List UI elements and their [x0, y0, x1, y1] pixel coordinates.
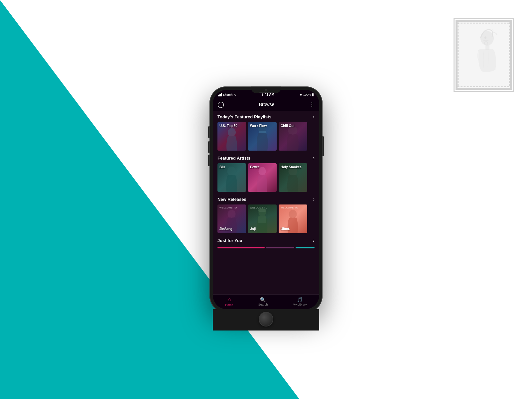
jfy-bar-2 [266, 247, 294, 248]
home-button-area [213, 309, 319, 331]
just-for-you-title: Just for You [217, 238, 242, 243]
release-card-ultmt[interactable]: Welcome to Ultmt. [279, 204, 307, 233]
svg-rect-17 [258, 209, 266, 212]
bottom-spacer [213, 251, 319, 258]
svg-point-15 [228, 210, 236, 218]
blu-figure [221, 165, 243, 192]
signal-bar-1 [218, 95, 219, 96]
phone-chassis: Sketch ∿ 9:41 AM ✹ 100% ▮ ◯ Browse ⋮ [209, 86, 323, 313]
stamp-border-svg [458, 22, 510, 88]
home-physical-button[interactable] [259, 312, 273, 327]
section-header-new-releases: New Releases › [217, 197, 315, 202]
signal-bar-2 [219, 94, 220, 96]
release-card-joji[interactable]: Welcome to Joji [248, 204, 277, 233]
playlist-card-us-top-50[interactable]: U.S. Top 50 [217, 122, 246, 151]
joji-label: Joji [250, 227, 275, 231]
top-navigation-bar: ◯ Browse ⋮ [213, 98, 319, 111]
battery-icon: ▮ [312, 92, 314, 97]
search-label: Search [258, 303, 268, 306]
workflow-figure [251, 124, 274, 151]
section-header-featured-playlists: Today's Featured Playlists › [217, 114, 315, 119]
svg-point-8 [228, 128, 236, 137]
workflow-label: Work Flow [250, 124, 275, 128]
section-header-just-for-you: Just for You › [217, 238, 315, 243]
jinsang-label: JinSang [219, 227, 244, 231]
featured-artists-title: Featured Artists [217, 156, 250, 161]
just-for-you-arrow[interactable]: › [313, 238, 315, 243]
stamp-inner [458, 22, 510, 88]
artist-card-blu[interactable]: Blu [217, 163, 246, 192]
chillout-label: Chill Out [281, 124, 305, 128]
camera-dot [265, 89, 267, 91]
new-releases-section: New Releases › Welcome to JinSang [213, 193, 319, 234]
signal-bar-4 [221, 93, 222, 96]
featured-playlists-title: Today's Featured Playlists [217, 114, 272, 119]
page-title: Browse [259, 102, 275, 107]
svg-point-18 [289, 210, 297, 218]
new-releases-arrow[interactable]: › [313, 197, 315, 202]
status-time: 9:41 AM [262, 93, 274, 96]
more-options-icon[interactable]: ⋮ [309, 101, 315, 108]
home-icon: ⌂ [228, 297, 231, 303]
bottom-navigation: ⌂ Home 🔍 Search 🎵 My Library [213, 294, 319, 309]
nav-item-search[interactable]: 🔍 Search [258, 297, 268, 306]
just-for-you-section: Just for You › [213, 234, 319, 251]
watermark-stamp [456, 20, 512, 90]
featured-playlists-arrow[interactable]: › [313, 114, 315, 119]
speaker-slot [259, 92, 273, 93]
status-right: ✹ 100% ▮ [300, 92, 314, 97]
signal-bar-3 [220, 94, 221, 96]
playlist-card-work-flow[interactable]: Work Flow [248, 122, 277, 151]
status-left: Sketch ∿ [218, 93, 236, 96]
eevee-label: Eevee [250, 165, 275, 169]
search-icon: 🔍 [260, 297, 266, 302]
chillout-figure [282, 126, 304, 151]
featured-artists-arrow[interactable]: › [313, 155, 315, 161]
phone-notch [251, 86, 281, 93]
home-label: Home [225, 303, 233, 307]
artist-card-eevee[interactable]: Eevee [248, 163, 277, 192]
us-top50-label: U.S. Top 50 [219, 124, 244, 128]
bluetooth-icon: ✹ [300, 93, 302, 96]
profile-icon[interactable]: ◯ [217, 101, 224, 108]
library-icon: 🎵 [297, 297, 303, 302]
holy-smokes-label: Holy Smokes [281, 165, 305, 169]
featured-artists-section: Featured Artists › Blu [213, 152, 319, 193]
featured-artists-grid: Blu Eevee [217, 163, 315, 192]
jfy-bar-3 [296, 247, 315, 248]
featured-playlists-grid: U.S. Top 50 Work Flow [217, 122, 315, 151]
just-for-you-bars [217, 246, 315, 250]
battery-label: 100% [303, 93, 311, 96]
section-header-featured-artists: Featured Artists › [217, 155, 315, 161]
nav-item-home[interactable]: ⌂ Home [225, 297, 233, 307]
signal-bars [218, 93, 222, 96]
new-releases-title: New Releases [217, 197, 246, 202]
jfy-bar-1 [217, 247, 265, 248]
phone-screen: Sketch ∿ 9:41 AM ✹ 100% ▮ ◯ Browse ⋮ [213, 90, 319, 309]
nav-item-my-library[interactable]: 🎵 My Library [293, 297, 307, 306]
blu-label: Blu [219, 165, 244, 169]
artist-card-holy-smokes[interactable]: Holy Smokes [279, 163, 307, 192]
holy-smokes-figure [282, 165, 304, 192]
eevee-figure [252, 165, 273, 192]
playlist-card-chill-out[interactable]: Chill Out [279, 122, 307, 151]
main-content[interactable]: Today's Featured Playlists › U.S. Top 50 [213, 111, 319, 294]
wifi-icon: ∿ [234, 93, 236, 96]
carrier-label: Sketch [223, 93, 233, 96]
featured-playlists-section: Today's Featured Playlists › U.S. Top 50 [213, 111, 319, 152]
new-releases-grid: Welcome to JinSang Welcome to [217, 204, 315, 233]
us-top50-figure [222, 127, 242, 151]
release-card-jinsang[interactable]: Welcome to JinSang [217, 204, 246, 233]
library-label: My Library [293, 303, 307, 306]
phone-device: Sketch ∿ 9:41 AM ✹ 100% ▮ ◯ Browse ⋮ [209, 86, 323, 313]
ultmt-label: Ultmt. [281, 227, 305, 231]
